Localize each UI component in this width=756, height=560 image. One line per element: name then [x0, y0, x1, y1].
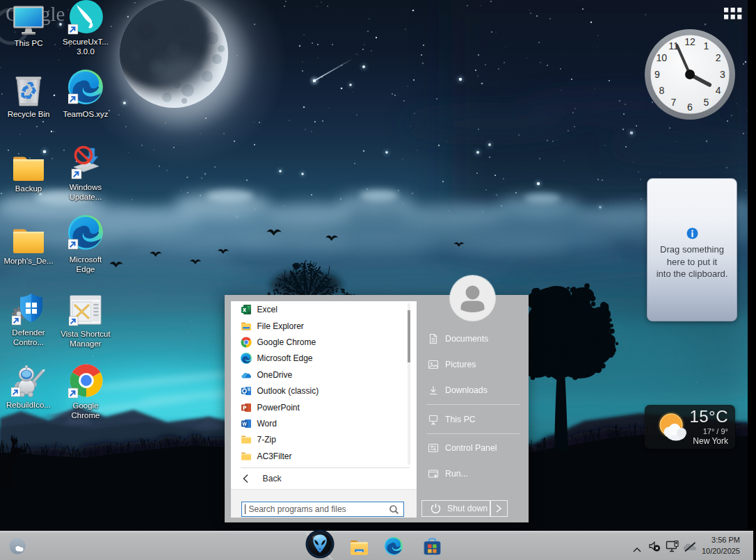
svg-text:6: 6 [687, 102, 693, 113]
svg-text:3: 3 [720, 69, 725, 80]
svg-text:1: 1 [704, 40, 709, 51]
svg-text:9: 9 [654, 69, 660, 80]
svg-text:5: 5 [704, 97, 709, 108]
svg-text:2: 2 [716, 52, 721, 63]
svg-text:12: 12 [684, 36, 695, 47]
svg-text:8: 8 [659, 85, 664, 96]
svg-text:7: 7 [671, 97, 677, 108]
svg-text:4: 4 [716, 85, 721, 96]
svg-text:10: 10 [657, 52, 668, 63]
